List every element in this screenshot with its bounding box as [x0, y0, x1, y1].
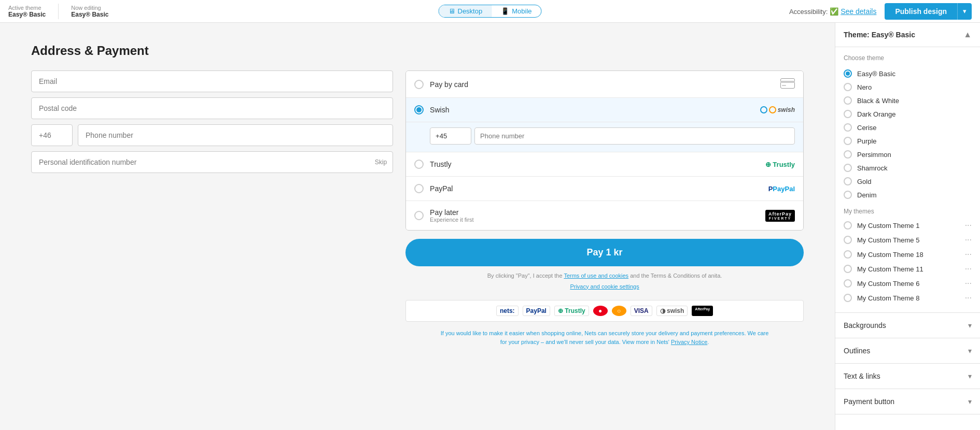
trustly-label: Trustly [430, 160, 765, 168]
desktop-view-btn[interactable]: 🖥 Desktop [439, 5, 492, 17]
chevron-down-icon: ▾ [968, 321, 972, 329]
phone-row [31, 124, 393, 146]
svg-rect-2 [782, 85, 786, 86]
skip-link[interactable]: Skip [375, 159, 387, 166]
theme-option-persimmon[interactable]: Persimmon [844, 148, 972, 161]
pay-button[interactable]: Pay 1 kr [405, 239, 804, 266]
theme-option-cerise[interactable]: Cerise [844, 121, 972, 134]
swish-radio [414, 105, 424, 114]
view-toggle: 🖥 Desktop 📱 Mobile [439, 5, 542, 18]
right-sidebar: Theme: Easy® Basic ▲ Choose theme Easy® … [835, 23, 980, 430]
custom-theme-more-icon[interactable]: ··· [965, 250, 972, 259]
swish-circle-right [769, 106, 776, 113]
swish-label: Swish [430, 106, 760, 114]
accessibility-area: Accessibility: ✅ See details [789, 7, 876, 16]
publish-btn-wrapper: Publish design ▾ [885, 3, 972, 20]
active-theme-name: Easy® Basic [8, 11, 46, 18]
accordion-section-outlines: Outlines ▾ [835, 338, 980, 364]
custom-theme-more-icon[interactable]: ··· [965, 235, 972, 245]
logo-mastercard: ● [593, 306, 608, 316]
swish-text: swish [778, 106, 795, 113]
custom-theme-more-icon[interactable]: ··· [965, 221, 972, 230]
theme-name: Black & White [857, 97, 899, 105]
paypal-radio [414, 184, 424, 193]
theme-option-dark-orange[interactable]: Dark Orange [844, 107, 972, 121]
payment-option-swish[interactable]: Swish swish [406, 98, 803, 122]
logo-paypal-footer: PayPal [523, 306, 550, 316]
payment-option-card[interactable]: Pay by card [406, 71, 803, 98]
custom-theme-option[interactable]: My Custom Theme 8 ··· [844, 291, 972, 305]
theme-option-denim[interactable]: Denim [844, 188, 972, 202]
custom-theme-option[interactable]: My Custom Theme 1 ··· [844, 218, 972, 233]
theme-option-easy®-basic[interactable]: Easy® Basic [844, 67, 972, 80]
accordion-header[interactable]: Text & links ▾ [835, 364, 980, 389]
payment-option-paypal[interactable]: PayPal PPayPal [406, 177, 803, 201]
accordion-header[interactable]: Payment button ▾ [835, 389, 980, 414]
custom-theme-name: My Custom Theme 5 [857, 236, 919, 244]
publish-dropdown-button[interactable]: ▾ [957, 3, 972, 20]
trustly-text: ⊕ Trustly [765, 161, 795, 168]
chevron-down-icon: ▾ [968, 397, 972, 406]
swish-phone-input[interactable] [474, 127, 795, 145]
sidebar-theme-title: Theme: Easy® Basic [844, 31, 915, 39]
swish-country-code-input[interactable] [430, 127, 471, 145]
publish-design-button[interactable]: Publish design [885, 3, 957, 20]
theme-option-purple[interactable]: Purple [844, 134, 972, 148]
theme-option-gold[interactable]: Gold [844, 175, 972, 188]
payment-option-paylater[interactable]: Pay later Experience it first AfterPay F… [406, 201, 803, 230]
theme-name: Gold [857, 178, 871, 185]
accordion-section-payment-button: Payment button ▾ [835, 389, 980, 414]
theme-option-nero[interactable]: Nero [844, 80, 972, 94]
custom-theme-option[interactable]: My Custom Theme 11 ··· [844, 262, 972, 276]
afterpay-text2: FIVERTY [769, 217, 792, 220]
phone-input[interactable] [78, 124, 393, 146]
email-input[interactable] [31, 70, 393, 92]
trustly-logo: ⊕ Trustly [765, 161, 795, 168]
custom-theme-name: My Custom Theme 11 [857, 265, 923, 273]
custom-theme-option[interactable]: My Custom Theme 18 ··· [844, 247, 972, 262]
theme-radio [844, 83, 852, 91]
paypal-text2: PayPal [773, 185, 795, 193]
mobile-view-btn[interactable]: 📱 Mobile [492, 5, 541, 17]
sidebar-collapse-icon[interactable]: ▲ [963, 30, 972, 39]
accessibility-passed-link[interactable]: See details [841, 7, 876, 16]
logo-swish-footer: ◑ swish [656, 306, 688, 316]
theme-name: Persimmon [857, 151, 891, 159]
custom-theme-option[interactable]: My Custom Theme 5 ··· [844, 233, 972, 247]
theme-radio [844, 123, 852, 132]
accordion-title: Payment button [844, 397, 894, 406]
accessibility-label: Accessibility: [789, 8, 828, 16]
privacy-link[interactable]: Privacy and cookie settings [405, 283, 804, 290]
payment-layout: Skip Pay by card [31, 70, 804, 347]
logo-visa: VISA [631, 306, 652, 316]
topbar-left: Active theme Easy® Basic Now editing Eas… [8, 4, 108, 19]
left-form: Skip [31, 70, 393, 347]
custom-theme-radio [844, 250, 852, 259]
svg-rect-1 [780, 81, 795, 83]
payment-option-trustly[interactable]: Trustly ⊕ Trustly [406, 152, 803, 177]
theme-radio [844, 69, 852, 78]
custom-theme-more-icon[interactable]: ··· [965, 264, 972, 274]
terms-link1[interactable]: Terms of use and cookies [564, 273, 628, 279]
topbar: Active theme Easy® Basic Now editing Eas… [0, 0, 980, 23]
country-code-input[interactable] [31, 124, 73, 146]
theme-option-black-&-white[interactable]: Black & White [844, 94, 972, 107]
postal-code-input[interactable] [31, 97, 393, 119]
privacy-notice-link[interactable]: Privacy Notice [671, 339, 707, 345]
theme-option-shamrock[interactable]: Shamrock [844, 161, 972, 175]
theme-name: Dark Orange [857, 110, 895, 118]
paylater-sublabel: Experience it first [430, 217, 765, 223]
custom-theme-name: My Custom Theme 8 [857, 294, 919, 302]
personal-id-input[interactable] [31, 151, 393, 173]
accordion-sections: Backgrounds ▾ Outlines ▾ Text & links ▾ … [835, 313, 980, 414]
custom-theme-more-icon[interactable]: ··· [965, 279, 972, 288]
svg-rect-0 [781, 79, 795, 89]
custom-theme-option[interactable]: My Custom Theme 6 ··· [844, 276, 972, 291]
paypal-label: PayPal [430, 184, 768, 193]
theme-name: Purple [857, 137, 877, 145]
custom-theme-name: My Custom Theme 1 [857, 222, 919, 230]
accordion-header[interactable]: Backgrounds ▾ [835, 313, 980, 338]
accordion-header[interactable]: Outlines ▾ [835, 338, 980, 363]
topbar-right: Accessibility: ✅ See details Publish des… [789, 3, 972, 20]
custom-theme-more-icon[interactable]: ··· [965, 293, 972, 303]
